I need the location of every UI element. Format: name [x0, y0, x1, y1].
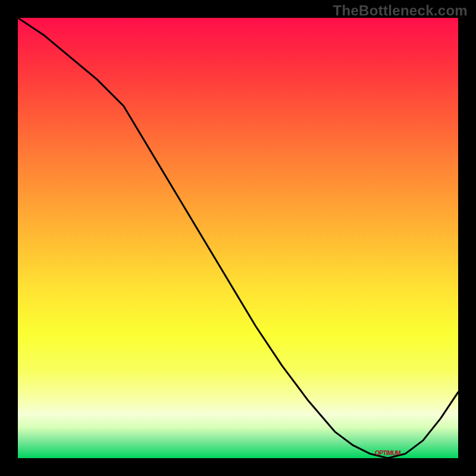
curve-svg [18, 18, 458, 458]
watermark-text: TheBottleneck.com [333, 2, 468, 19]
chart-frame: TheBottleneck.com OPTIMUM [0, 0, 476, 476]
bottleneck-curve [18, 18, 458, 458]
optimum-label: OPTIMUM [375, 450, 400, 456]
plot-area: OPTIMUM [18, 18, 458, 458]
